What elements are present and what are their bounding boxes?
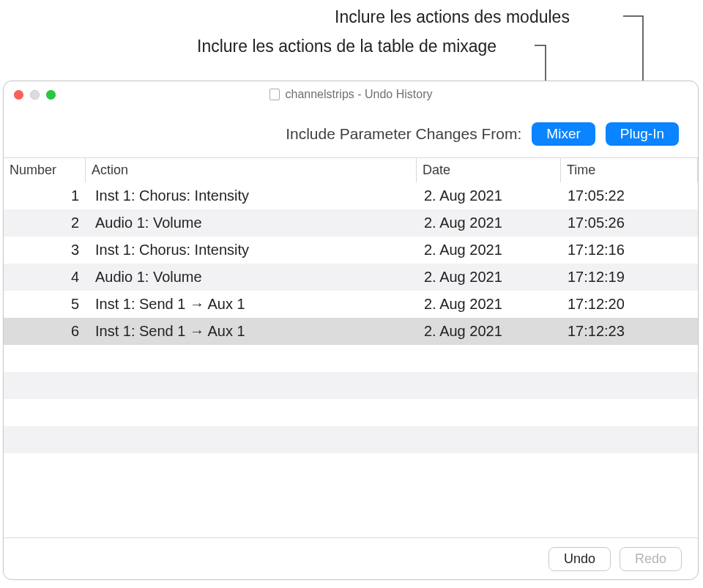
cell-time: 17:05:26 <box>562 215 698 231</box>
table-row[interactable]: 1Inst 1: Chorus: Intensity2. Aug 202117:… <box>4 182 698 209</box>
cell-time: 17:12:20 <box>562 296 698 313</box>
callout-area: Inclure les actions des modules Inclure … <box>0 0 703 73</box>
cell-number: 5 <box>4 296 89 313</box>
col-header-date[interactable]: Date <box>417 158 561 182</box>
cell-number: 2 <box>4 215 89 231</box>
cell-time: 17:12:16 <box>562 242 698 258</box>
toolbar-label: Include Parameter Changes From: <box>286 125 521 143</box>
cell-action: Inst 1: Send 1 → Aux 1 <box>89 323 418 340</box>
window-controls <box>4 90 56 100</box>
plugin-button[interactable]: Plug-In <box>606 122 679 146</box>
cell-number: 4 <box>4 269 89 286</box>
cell-action: Inst 1: Chorus: Intensity <box>89 242 418 258</box>
col-header-number[interactable]: Number <box>4 158 86 182</box>
cell-number: 3 <box>4 242 89 258</box>
col-header-action[interactable]: Action <box>86 158 417 182</box>
table-row-empty <box>4 453 698 480</box>
document-icon <box>269 89 280 100</box>
cell-time: 17:12:19 <box>562 269 698 286</box>
table-row[interactable]: 3Inst 1: Chorus: Intensity2. Aug 202117:… <box>4 237 698 264</box>
cell-date: 2. Aug 2021 <box>418 215 562 231</box>
cell-action: Audio 1: Volume <box>89 215 418 231</box>
cell-date: 2. Aug 2021 <box>418 242 562 258</box>
cell-time: 17:12:23 <box>562 323 698 340</box>
close-icon[interactable] <box>14 90 23 100</box>
redo-button: Redo <box>620 547 682 571</box>
window-title-text: channelstrips - Undo History <box>286 88 433 101</box>
minimize-icon[interactable] <box>30 90 40 100</box>
cell-date: 2. Aug 2021 <box>418 269 562 286</box>
table-row-empty <box>4 426 698 453</box>
toolbar: Include Parameter Changes From: Mixer Pl… <box>4 108 698 157</box>
callout-mixer: Inclure les actions de la table de mixag… <box>197 37 496 56</box>
table-row-empty <box>4 345 698 372</box>
callout-plugin: Inclure les actions des modules <box>335 7 570 27</box>
cell-date: 2. Aug 2021 <box>418 296 562 313</box>
titlebar: channelstrips - Undo History <box>4 81 698 108</box>
cell-number: 1 <box>4 187 89 204</box>
table-body: 1Inst 1: Chorus: Intensity2. Aug 202117:… <box>4 182 698 537</box>
cell-action: Inst 1: Send 1 → Aux 1 <box>89 296 418 313</box>
table-row-empty <box>4 399 698 426</box>
table-row[interactable]: 4Audio 1: Volume2. Aug 202117:12:19 <box>4 264 698 291</box>
window-title: channelstrips - Undo History <box>4 88 698 101</box>
table-row-empty <box>4 372 698 399</box>
table-header: Number Action Date Time <box>4 158 698 182</box>
cell-date: 2. Aug 2021 <box>418 323 562 340</box>
cell-action: Audio 1: Volume <box>89 269 418 286</box>
table-row[interactable]: 5Inst 1: Send 1 → Aux 12. Aug 202117:12:… <box>4 291 698 318</box>
col-header-time[interactable]: Time <box>561 158 698 182</box>
mixer-button[interactable]: Mixer <box>532 122 595 146</box>
table-row[interactable]: 6Inst 1: Send 1 → Aux 12. Aug 202117:12:… <box>4 318 698 345</box>
table-row[interactable]: 2Audio 1: Volume2. Aug 202117:05:26 <box>4 209 698 237</box>
footer: Undo Redo <box>4 538 698 579</box>
cell-action: Inst 1: Chorus: Intensity <box>89 187 418 204</box>
cell-number: 6 <box>4 323 89 340</box>
cell-date: 2. Aug 2021 <box>418 187 562 204</box>
undo-button[interactable]: Undo <box>548 547 611 571</box>
history-table: Number Action Date Time 1Inst 1: Chorus:… <box>4 157 698 538</box>
undo-history-window: channelstrips - Undo History Include Par… <box>3 81 699 580</box>
cell-time: 17:05:22 <box>562 187 698 204</box>
zoom-icon[interactable] <box>46 90 56 100</box>
